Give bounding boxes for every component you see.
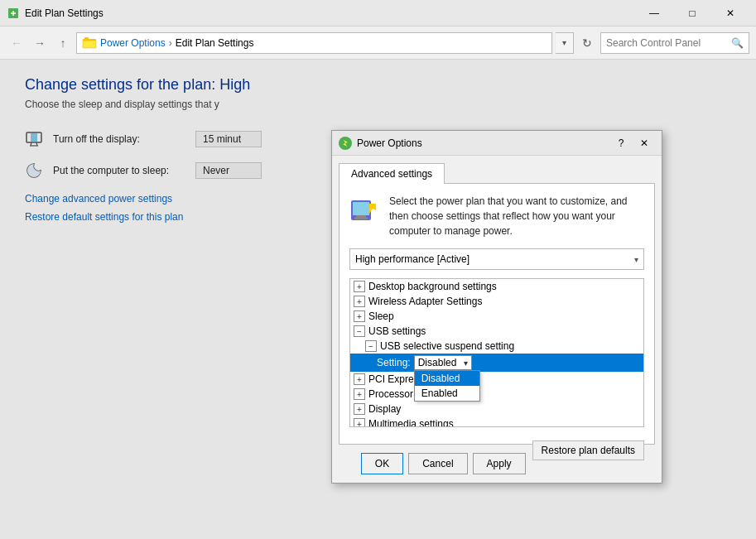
- toggle-processor[interactable]: +: [354, 388, 365, 400]
- dialog-tabs: Advanced settings: [332, 156, 662, 183]
- dialog-title-bar: Power Options ? ✕: [332, 131, 662, 156]
- toggle-display[interactable]: +: [354, 403, 365, 415]
- power-options-icon: [349, 194, 381, 228]
- tree-item-desktop-bg[interactable]: + Desktop background settings: [350, 279, 643, 294]
- dialog-header-description: Select the power plan that you want to c…: [389, 194, 644, 238]
- minimize-button[interactable]: —: [635, 0, 673, 26]
- toggle-desktop-bg[interactable]: +: [354, 281, 365, 292]
- content-area: Change settings for the plan: High Choos…: [0, 60, 756, 539]
- tree-label-sleep: Sleep: [368, 310, 394, 322]
- dialog-body: Select the power plan that you want to c…: [339, 183, 655, 445]
- forward-button[interactable]: →: [30, 33, 50, 53]
- tree-label-multimedia: Multimedia settings: [368, 418, 454, 427]
- tree-item-multimedia[interactable]: + Multimedia settings: [350, 416, 643, 427]
- toggle-usb-selective[interactable]: −: [365, 340, 377, 352]
- inline-dropdown[interactable]: Disabled ▾ Disabled Enabled: [414, 355, 472, 370]
- svg-rect-4: [84, 37, 89, 41]
- setting-label-inline: Setting:: [377, 357, 411, 368]
- tree-label-wireless: Wireless Adapter Settings: [368, 296, 482, 307]
- svg-rect-2: [83, 41, 96, 48]
- toggle-sleep[interactable]: +: [354, 310, 365, 322]
- restore-plan-defaults-button[interactable]: Restore plan defaults: [532, 440, 644, 460]
- window-icon: [7, 7, 20, 20]
- cancel-button[interactable]: Cancel: [408, 453, 467, 474]
- dropdown-option-enabled[interactable]: Enabled: [415, 386, 479, 401]
- tree-item-usb[interactable]: − USB settings: [350, 324, 643, 339]
- svg-point-10: [339, 137, 351, 149]
- setting-dropdown-row[interactable]: Setting: Disabled ▾ Disabled Enabled: [350, 354, 643, 372]
- toggle-pci[interactable]: +: [354, 373, 365, 385]
- svg-rect-12: [353, 202, 369, 215]
- plan-dropdown[interactable]: High performance [Active] ▾: [349, 248, 644, 270]
- folder-icon: [82, 36, 97, 51]
- close-button[interactable]: ✕: [711, 0, 749, 26]
- search-box: 🔍: [600, 32, 749, 54]
- address-dropdown[interactable]: ▾: [556, 32, 574, 54]
- window-controls: — □ ✕: [635, 0, 749, 26]
- plan-dropdown-arrow: ▾: [634, 255, 638, 264]
- search-icon: 🔍: [731, 37, 744, 49]
- tree-label-usb: USB settings: [368, 325, 426, 337]
- dialog-close-button[interactable]: ✕: [633, 135, 655, 152]
- address-bar: ← → ↑ Power Options › Edit Plan Settings…: [0, 26, 756, 60]
- power-options-dialog: Power Options ? ✕ Advanced settings: [331, 130, 662, 484]
- refresh-button[interactable]: ↻: [577, 33, 597, 53]
- dropdown-popup: Disabled Enabled: [414, 370, 480, 402]
- tree-label-display: Display: [368, 403, 401, 415]
- svg-rect-13: [356, 215, 366, 218]
- tree-view[interactable]: + Desktop background settings + Wireless…: [349, 278, 644, 427]
- toggle-usb[interactable]: −: [354, 325, 365, 337]
- dialog-help-button[interactable]: ?: [610, 135, 632, 152]
- tree-label-usb-selective: USB selective suspend setting: [380, 340, 514, 352]
- dialog-controls: ? ✕: [610, 135, 655, 152]
- tree-item-display[interactable]: + Display: [350, 402, 643, 416]
- window-title: Edit Plan Settings: [25, 7, 635, 19]
- tree-item-sleep[interactable]: + Sleep: [350, 309, 643, 324]
- tree-item-pci[interactable]: + PCI Express: [350, 372, 643, 387]
- tree-item-usb-selective[interactable]: − USB selective suspend setting: [350, 339, 643, 354]
- dropdown-selected-text: Disabled: [418, 357, 464, 368]
- title-bar: Edit Plan Settings — □ ✕: [0, 0, 756, 26]
- main-window: Edit Plan Settings — □ ✕ ← → ↑ Power Opt…: [0, 0, 756, 539]
- svg-rect-14: [354, 218, 368, 219]
- dropdown-arrow-icon: ▾: [464, 359, 468, 368]
- tree-label-desktop-bg: Desktop background settings: [368, 281, 497, 292]
- plan-dropdown-text: High performance [Active]: [355, 253, 634, 265]
- tab-advanced-settings[interactable]: Advanced settings: [339, 163, 445, 184]
- toggle-wireless[interactable]: +: [354, 296, 365, 307]
- path-text: Power Options › Edit Plan Settings: [100, 37, 253, 49]
- inline-dropdown-box[interactable]: Disabled ▾: [414, 355, 472, 370]
- toggle-multimedia[interactable]: +: [354, 418, 365, 427]
- address-path[interactable]: Power Options › Edit Plan Settings: [76, 32, 552, 54]
- dialog-header: Select the power plan that you want to c…: [349, 194, 644, 238]
- search-input[interactable]: [606, 37, 731, 49]
- maximize-button[interactable]: □: [673, 0, 711, 26]
- dialog-title-text: Power Options: [357, 137, 610, 149]
- ok-button[interactable]: OK: [361, 453, 403, 474]
- dropdown-option-disabled[interactable]: Disabled: [415, 371, 479, 386]
- tree-item-processor[interactable]: + Processor powe: [350, 387, 643, 402]
- back-button[interactable]: ←: [7, 33, 26, 53]
- apply-button[interactable]: Apply: [473, 453, 526, 474]
- dialog-title-icon: [339, 137, 352, 150]
- tree-item-wireless[interactable]: + Wireless Adapter Settings: [350, 294, 643, 309]
- dialog-footer: OK Cancel Apply: [332, 445, 532, 483]
- path-power-options[interactable]: Power Options: [100, 37, 166, 49]
- path-current: Edit Plan Settings: [176, 37, 254, 49]
- up-button[interactable]: ↑: [53, 33, 73, 53]
